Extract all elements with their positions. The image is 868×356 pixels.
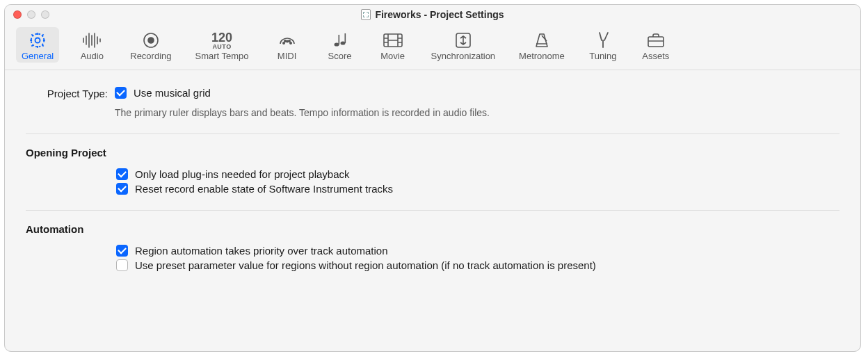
tab-score[interactable]: Score [320,27,360,63]
svg-point-13 [289,42,291,44]
tab-general[interactable]: General [16,27,59,63]
tab-label: Tuning [589,51,616,61]
tuning-fork-icon [595,30,611,51]
svg-point-12 [286,40,287,42]
tempo-icon: 120 AUTO [211,30,232,51]
svg-point-18 [340,41,345,44]
gear-icon [28,30,47,51]
tab-audio[interactable]: Audio [72,27,112,63]
checkbox-checked-icon[interactable] [116,245,128,257]
automation-header: Automation [26,223,839,235]
svg-point-0 [35,38,40,43]
svg-rect-17 [338,35,339,44]
record-icon [142,30,160,51]
option-label: Use musical grid [134,87,211,99]
opening-project-header: Opening Project [26,147,839,159]
divider [26,134,839,134]
window-title-wrap: Fireworks - Project Settings [361,9,504,20]
svg-point-11 [282,42,284,44]
zoom-window-button[interactable] [41,10,49,19]
briefcase-icon [646,30,666,51]
minimize-window-button[interactable] [27,10,35,19]
use-musical-grid-option[interactable]: Use musical grid [115,87,839,99]
tab-label: Synchronization [431,51,496,61]
tab-label: Smart Tempo [195,51,249,61]
tab-label: Movie [380,51,405,61]
option-label: Only load plug-ins needed for project pl… [135,168,350,180]
option-label: Reset record enable state of Software In… [135,183,393,195]
toolbar: General Audio [5,24,860,70]
preset-parameter-value-option[interactable]: Use preset parameter value for regions w… [116,259,839,271]
close-window-button[interactable] [13,10,22,19]
option-label: Region automation takes priority over tr… [135,245,388,257]
checkbox-checked-icon[interactable] [116,168,128,180]
tab-recording[interactable]: Recording [124,27,177,63]
svg-rect-19 [344,33,346,43]
svg-point-14 [284,40,285,42]
project-type-label: Project Type: [26,87,108,99]
film-icon [383,30,403,51]
tab-label: Metronome [519,51,565,61]
traffic-lights [13,10,49,19]
only-load-plugins-option[interactable]: Only load plug-ins needed for project pl… [116,168,839,180]
divider [26,210,839,211]
tab-label: Audio [81,51,104,61]
svg-point-1 [31,34,45,47]
tab-label: MIDI [278,51,296,61]
midi-icon [278,30,297,51]
checkbox-unchecked-icon[interactable] [116,259,128,271]
checkbox-checked-icon[interactable] [115,87,127,99]
tab-tuning[interactable]: Tuning [583,27,623,63]
document-icon [361,9,371,20]
waveform-icon [81,30,102,51]
option-label: Use preset parameter value for regions w… [135,259,596,271]
tab-synchronization[interactable]: Synchronization [426,27,501,63]
tab-metronome[interactable]: Metronome [513,27,570,63]
automation-options: Region automation takes priority over tr… [26,245,839,271]
tab-label: Score [328,51,352,61]
content-area: Project Type: Use musical grid The prima… [5,70,860,281]
score-icon [330,30,350,51]
window-title: Fireworks - Project Settings [375,9,504,20]
svg-rect-31 [648,37,664,47]
metronome-icon [533,30,551,51]
settings-window: Fireworks - Project Settings General [4,4,861,352]
sync-icon [454,30,472,51]
tempo-number: 120 [211,31,232,44]
titlebar: Fireworks - Project Settings [5,5,860,24]
project-type-helper: The primary ruler displays bars and beat… [115,107,839,118]
reset-record-enable-option[interactable]: Reset record enable state of Software In… [116,183,839,195]
checkbox-checked-icon[interactable] [116,183,128,195]
svg-point-10 [148,38,154,43]
svg-point-15 [288,40,289,42]
tab-label: Assets [642,51,669,61]
tab-smart-tempo[interactable]: 120 AUTO Smart Tempo [190,27,255,63]
tempo-sub: AUTO [212,44,231,50]
tab-movie[interactable]: Movie [373,27,413,63]
tab-midi[interactable]: MIDI [267,27,307,63]
svg-point-16 [334,42,339,46]
region-automation-priority-option[interactable]: Region automation takes priority over tr… [116,245,839,257]
tab-label: General [22,51,54,61]
project-type-row: Project Type: Use musical grid The prima… [26,87,839,118]
tab-assets[interactable]: Assets [636,27,676,63]
opening-project-options: Only load plug-ins needed for project pl… [26,168,839,195]
tab-label: Recording [130,51,171,61]
